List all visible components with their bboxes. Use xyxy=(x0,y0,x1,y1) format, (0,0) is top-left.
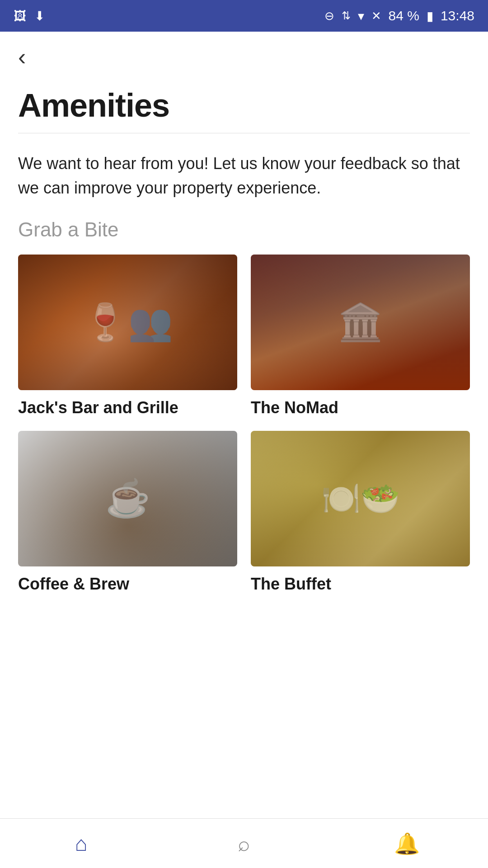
amenity-card-coffee[interactable]: Coffee & Brew xyxy=(18,431,237,594)
status-right: ⊖ ⇅ ▾ ✕ 84 % ▮ 13:48 xyxy=(324,8,474,24)
image-icon: 🖼 xyxy=(14,9,26,24)
signal-icon: ✕ xyxy=(371,9,381,23)
status-bar: 🖼 ⬇ ⊖ ⇅ ▾ ✕ 84 % ▮ 13:48 xyxy=(0,0,488,32)
amenity-grid: Jack's Bar and Grille The NoMad Coffee &… xyxy=(0,255,488,594)
arrows-icon: ⇅ xyxy=(342,9,351,22)
nav-item-search[interactable]: ⌕ xyxy=(163,819,325,868)
bottom-navigation: ⌂ ⌕ 🔔 xyxy=(0,818,488,868)
search-icon: ⌕ xyxy=(238,831,250,856)
amenity-image-jacks xyxy=(18,255,237,390)
amenity-image-nomad xyxy=(251,255,470,390)
battery-pct: 84 % xyxy=(389,8,419,24)
amenity-card-nomad[interactable]: The NoMad xyxy=(251,255,470,417)
time-display: 13:48 xyxy=(441,8,474,24)
battery-icon: ▮ xyxy=(427,9,433,24)
nav-item-home[interactable]: ⌂ xyxy=(0,819,163,868)
amenity-card-food[interactable]: The Buffet xyxy=(251,431,470,594)
wifi-icon: ▾ xyxy=(358,9,364,24)
amenity-image-food xyxy=(251,431,470,566)
mute-icon: ⊖ xyxy=(324,9,334,23)
amenity-label-coffee: Coffee & Brew xyxy=(18,566,237,594)
amenity-card-jacks[interactable]: Jack's Bar and Grille xyxy=(18,255,237,417)
page-description: We want to hear from you! Let us know yo… xyxy=(0,133,488,214)
section-heading-grab-a-bite: Grab a Bite xyxy=(0,214,488,255)
title-area: Amenities xyxy=(0,73,488,133)
nav-item-notifications[interactable]: 🔔 xyxy=(325,819,488,868)
home-icon: ⌂ xyxy=(75,831,88,856)
download-icon: ⬇ xyxy=(34,9,45,24)
amenity-image-coffee xyxy=(18,431,237,566)
status-left: 🖼 ⬇ xyxy=(14,9,45,24)
back-arrow-icon: ‹ xyxy=(18,44,26,70)
back-button[interactable]: ‹ xyxy=(0,32,44,73)
amenity-label-food: The Buffet xyxy=(251,566,470,594)
page-title: Amenities xyxy=(18,87,470,124)
bell-icon: 🔔 xyxy=(394,831,420,856)
amenity-label-jacks: Jack's Bar and Grille xyxy=(18,390,237,417)
amenity-label-nomad: The NoMad xyxy=(251,390,470,417)
